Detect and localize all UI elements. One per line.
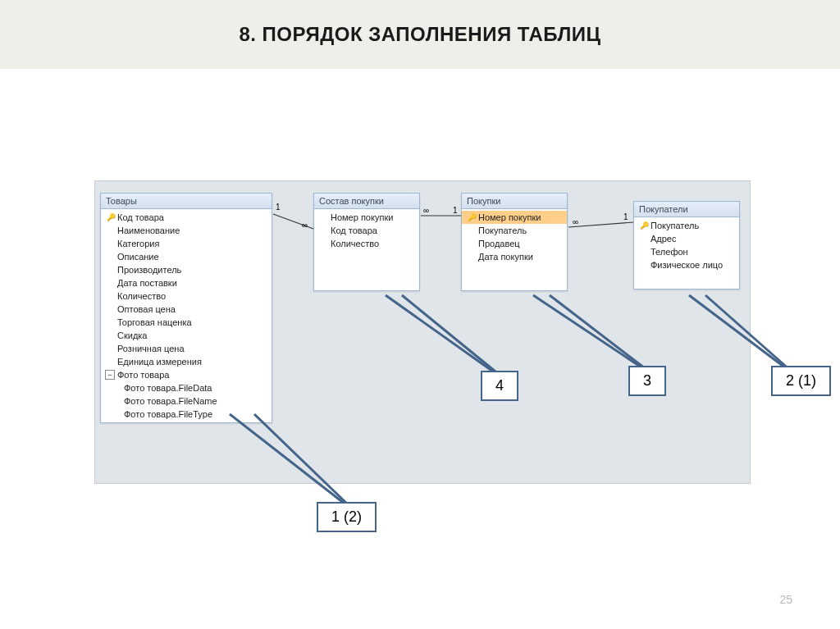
field-label: Дата покупки [478,251,533,262]
relationship-diagram: Товары 🔑Код товара Наименование Категори… [94,180,751,484]
field-label: Наименование [117,225,180,236]
collapse-icon[interactable]: − [104,370,117,380]
relation-inf: ∞ [302,221,308,230]
field-label: Дата поставки [117,277,177,289]
callout-1: 1 (2) [317,502,377,532]
title-bar: 8. ПОРЯДОК ЗАПОЛНЕНИЯ ТАБЛИЦ [0,0,840,69]
field-row[interactable]: Количество [101,289,272,303]
table-buyers-header: Покупатели [634,202,739,217]
field-row[interactable]: −Фото товара [101,368,272,381]
table-purchases[interactable]: Покупки 🔑Номер покупки Покупатель Продав… [461,193,568,291]
relation-inf: ∞ [573,217,578,226]
field-label: Производитель [117,264,181,276]
key-icon: 🔑 [465,212,478,223]
slide-number: 25 [779,593,792,606]
field-row[interactable]: Фото товара.FileType [101,408,272,421]
field-label: Торговая наценка [117,317,192,328]
field-label: Фото товара.FileData [124,382,212,394]
field-row[interactable]: Дата поставки [101,276,272,289]
field-label: Адрес [651,233,677,244]
table-goods-body: 🔑Код товара Наименование Категория Описа… [101,209,272,422]
field-row[interactable]: Фото товара.FileName [101,394,272,408]
field-row[interactable]: Телефон [634,245,739,258]
field-label: Розничная цена [117,343,185,354]
callout-4: 4 [481,371,518,401]
field-row[interactable]: Покупатель [462,224,567,237]
field-row[interactable]: Фото товара.FileData [101,381,272,394]
field-label: Номер покупки [331,212,393,223]
table-purchases-body: 🔑Номер покупки Покупатель Продавец Дата … [462,209,567,265]
field-label: Код товара [117,212,164,223]
table-buyers[interactable]: Покупатели 🔑Покупатель Адрес Телефон Физ… [633,201,740,289]
table-composition-body: Номер покупки Код товара Количество [314,209,419,252]
table-composition[interactable]: Состав покупки Номер покупки Код товара … [313,193,420,291]
field-label: Количество [117,290,166,302]
field-row[interactable]: Категория [101,237,272,250]
field-label: Фото товара [117,369,169,381]
field-row[interactable]: Скидка [101,329,272,342]
key-icon: 🔑 [104,212,117,223]
page-title: 8. ПОРЯДОК ЗАПОЛНЕНИЯ ТАБЛИЦ [16,23,824,46]
callout-3: 3 [628,366,666,396]
field-row[interactable]: Торговая наценка [101,316,272,329]
field-row[interactable]: Описание [101,250,272,263]
field-row[interactable]: Физическое лицо [634,258,739,271]
field-row[interactable]: Наименование [101,224,272,237]
field-label: Код товара [331,225,377,236]
field-label: Фото товара.FileName [124,395,217,407]
field-label: Номер покупки [478,212,541,223]
field-label: Покупатель [478,225,527,236]
relation-one: 1 [453,206,458,215]
field-row[interactable]: Количество [314,237,419,250]
field-row[interactable]: Код товара [314,224,419,237]
field-label: Категория [117,238,159,249]
table-composition-header: Состав покупки [314,194,419,209]
field-row[interactable]: Единица измерения [101,355,272,368]
field-label: Скидка [117,330,148,341]
field-row[interactable]: Дата покупки [462,250,567,263]
field-row[interactable]: Адрес [634,232,739,245]
callout-2: 2 (1) [771,366,831,396]
field-row[interactable]: Производитель [101,263,272,276]
relation-one: 1 [276,203,281,212]
field-row[interactable]: Розничная цена [101,342,272,355]
relation-inf: ∞ [423,206,429,215]
field-label: Описание [117,251,159,262]
field-label: Фото товара.FileType [124,408,212,420]
table-goods-header: Товары [101,194,272,209]
table-purchases-header: Покупки [462,194,567,209]
field-label: Единица измерения [117,356,202,367]
table-buyers-body: 🔑Покупатель Адрес Телефон Физическое лиц… [634,217,739,273]
field-label: Физическое лицо [651,259,723,271]
field-label: Оптовая цена [117,303,176,315]
field-row[interactable]: Продавец [462,237,567,250]
table-goods[interactable]: Товары 🔑Код товара Наименование Категори… [100,193,272,423]
field-label: Телефон [651,246,688,258]
field-row[interactable]: 🔑Номер покупки [462,211,567,224]
key-icon: 🔑 [637,220,651,231]
field-label: Количество [331,238,379,249]
field-row[interactable]: Оптовая цена [101,303,272,316]
field-label: Продавец [478,238,520,249]
field-row[interactable]: 🔑Покупатель [634,219,739,232]
field-row[interactable]: 🔑Код товара [101,211,272,224]
field-label: Покупатель [651,220,699,231]
relation-one: 1 [623,212,628,221]
field-row[interactable]: Номер покупки [314,211,419,224]
